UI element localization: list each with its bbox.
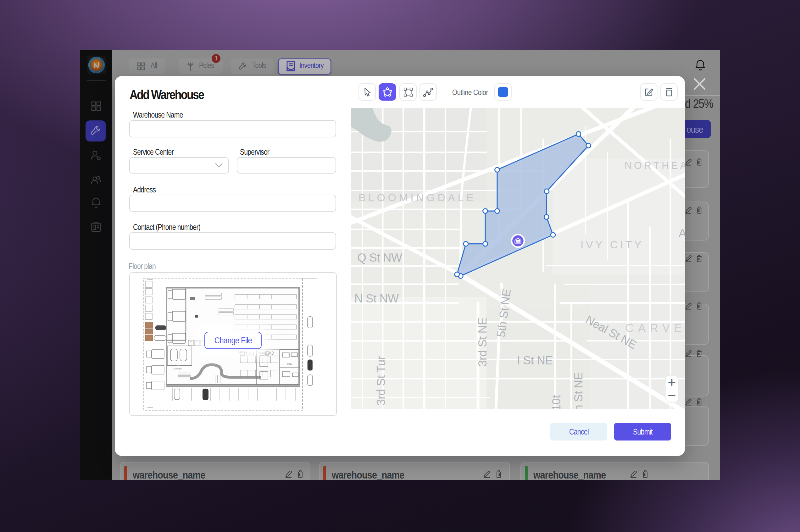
svg-text:I St NE: I St NE <box>517 354 553 367</box>
svg-text:IVY CITY: IVY CITY <box>580 239 644 251</box>
svg-text:10t: 10t <box>550 395 563 409</box>
svg-text:CARVE: CARVE <box>626 322 685 335</box>
svg-text:th St NE: th St NE <box>572 372 585 409</box>
svg-text:Shipping and: Shipping and <box>259 352 271 354</box>
svg-text:NORTHEAST: NORTHEAST <box>625 160 685 171</box>
svg-text:N St NW: N St NW <box>355 292 399 305</box>
svg-text:Q St NW: Q St NW <box>357 251 402 264</box>
svg-text:3rd St Tur: 3rd St Tur <box>375 356 387 405</box>
svg-text:BLOOMINGDALE: BLOOMINGDALE <box>359 191 476 204</box>
svg-text:20 Feet: 20 Feet <box>147 278 153 280</box>
svg-text:Office: Office <box>287 363 292 365</box>
svg-text:Lounge: Lounge <box>174 367 182 370</box>
svg-text:A: A <box>679 227 685 240</box>
svg-text:3rd St NE: 3rd St NE <box>476 318 489 367</box>
svg-text:20 Feet: 20 Feet <box>147 406 153 408</box>
